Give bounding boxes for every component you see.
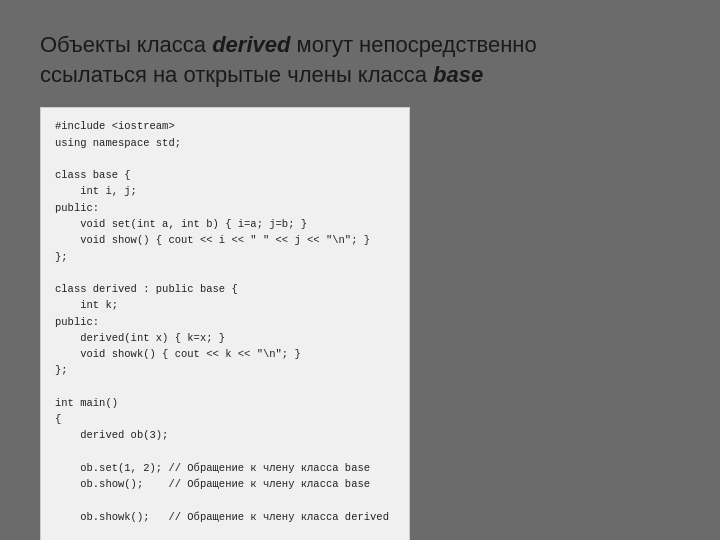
code-line: }; (55, 249, 395, 265)
title-line2-text: ссылаться на открытые члены класса (40, 62, 433, 87)
code-line: class base { (55, 167, 395, 183)
code-line: public: (55, 314, 395, 330)
slide-title: Объекты класса derived могут непосредств… (40, 30, 680, 89)
code-line (55, 265, 395, 281)
code-line: public: (55, 200, 395, 216)
code-line: #include <iostream> (55, 118, 395, 134)
code-line: int i, j; (55, 183, 395, 199)
code-line: ob.show(); // Обращение к члену класса b… (55, 476, 395, 492)
code-line: void set(int a, int b) { i=a; j=b; } (55, 216, 395, 232)
code-line: derived ob(3); (55, 427, 395, 443)
code-line (55, 525, 395, 540)
code-line: using namespace std; (55, 135, 395, 151)
code-line: int main() (55, 395, 395, 411)
code-line (55, 444, 395, 460)
code-line: ob.showk(); // Обращение к члену класса … (55, 509, 395, 525)
slide-container: Объекты класса derived могут непосредств… (40, 30, 680, 540)
code-line: }; (55, 362, 395, 378)
title-italic-2: base (433, 62, 483, 87)
title-text-1: Объекты класса (40, 32, 212, 57)
title-italic-1: derived (212, 32, 290, 57)
code-line: void showk() { cout << k << "\n"; } (55, 346, 395, 362)
code-line (55, 379, 395, 395)
code-line: { (55, 411, 395, 427)
code-line: class derived : public base { (55, 281, 395, 297)
code-line (55, 151, 395, 167)
code-line: void show() { cout << i << " " << j << "… (55, 232, 395, 248)
title-text-2: могут непосредственно (290, 32, 536, 57)
code-line (55, 492, 395, 508)
code-block: #include <iostream>using namespace std; … (40, 107, 410, 540)
code-line: derived(int x) { k=x; } (55, 330, 395, 346)
code-line: int k; (55, 297, 395, 313)
code-line: ob.set(1, 2); // Обращение к члену класс… (55, 460, 395, 476)
